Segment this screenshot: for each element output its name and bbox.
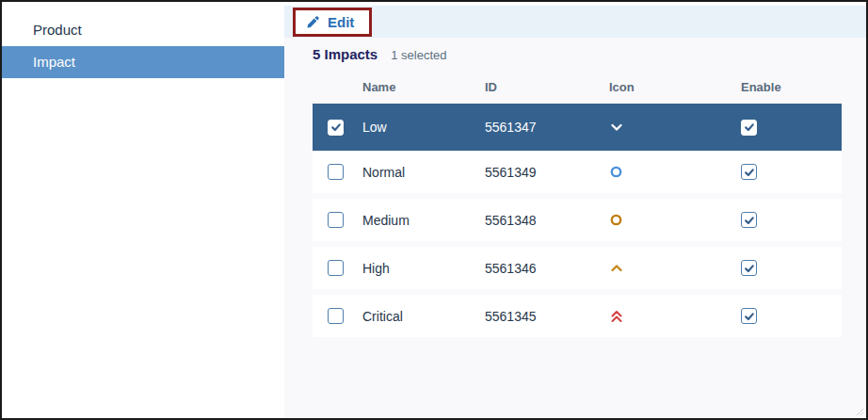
cell-name: Critical xyxy=(362,309,485,324)
row-select-checkbox[interactable] xyxy=(328,212,344,228)
pencil-icon xyxy=(306,15,320,29)
double-chevron-up-icon xyxy=(609,309,734,324)
heading-row: 5 Impacts 1 selected xyxy=(313,38,866,70)
cell-id: 5561345 xyxy=(485,309,609,324)
table-row-low[interactable]: Low 5561347 xyxy=(313,104,842,151)
column-header-name: Name xyxy=(362,80,485,94)
row-select-checkbox[interactable] xyxy=(328,120,344,136)
page-title: 5 Impacts xyxy=(313,46,378,62)
content-area: 5 Impacts 1 selected Name ID Icon Enable… xyxy=(284,38,866,337)
app-window: { "sidebar": { "items": [ { "label": "Pr… xyxy=(0,0,868,420)
sidebar-item-product[interactable]: Product xyxy=(2,14,284,46)
cell-name: Normal xyxy=(362,165,485,180)
chevron-up-icon xyxy=(609,261,734,276)
cell-id: 5561348 xyxy=(485,213,609,228)
cell-name: Medium xyxy=(362,213,485,228)
row-select-checkbox[interactable] xyxy=(328,164,344,180)
table-row-normal[interactable]: Normal 5561349 xyxy=(313,151,842,193)
enable-checkbox[interactable] xyxy=(741,164,757,180)
enable-checkbox[interactable] xyxy=(741,212,757,228)
chevron-down-icon xyxy=(609,120,734,135)
enable-checkbox[interactable] xyxy=(741,260,757,276)
sidebar-item-label: Impact xyxy=(33,54,75,70)
resize-grip-icon[interactable] xyxy=(856,408,864,416)
edit-button-label: Edit xyxy=(328,14,354,30)
enable-checkbox[interactable] xyxy=(741,308,757,324)
column-header-enable: Enable xyxy=(734,80,842,94)
cell-name: High xyxy=(362,261,485,276)
sidebar-item-label: Product xyxy=(33,22,82,38)
cell-name: Low xyxy=(362,120,485,135)
annotation-highlight-box: Edit xyxy=(293,8,372,37)
cell-id: 5561346 xyxy=(485,261,609,276)
impact-table: Name ID Icon Enable Low 5561347 xyxy=(313,70,842,337)
cell-id: 5561349 xyxy=(485,165,609,180)
table-row-critical[interactable]: Critical 5561345 xyxy=(313,295,842,337)
main-panel: Edit 5 Impacts 1 selected Name ID Icon E… xyxy=(284,2,866,418)
column-header-icon: Icon xyxy=(609,80,734,94)
sidebar-item-impact[interactable]: Impact xyxy=(2,46,284,78)
table-header-row: Name ID Icon Enable xyxy=(313,70,842,104)
enable-checkbox[interactable] xyxy=(741,120,757,136)
sidebar: Product Impact xyxy=(2,2,284,418)
circle-icon xyxy=(609,213,734,227)
edit-button[interactable]: Edit xyxy=(306,14,354,30)
toolbar: Edit xyxy=(284,6,866,38)
selection-status: 1 selected xyxy=(391,48,446,62)
table-row-medium[interactable]: Medium 5561348 xyxy=(313,199,842,241)
circle-icon xyxy=(609,165,734,179)
row-select-checkbox[interactable] xyxy=(328,260,344,276)
table-row-high[interactable]: High 5561346 xyxy=(313,247,842,289)
row-select-checkbox[interactable] xyxy=(328,308,344,324)
cell-id: 5561347 xyxy=(485,120,609,135)
column-header-id: ID xyxy=(485,80,609,94)
